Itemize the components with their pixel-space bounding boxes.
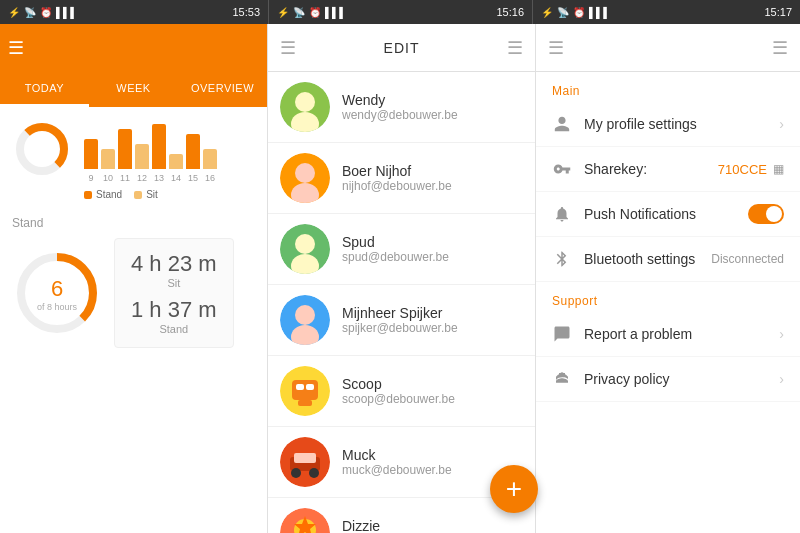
x-label-16: 16 — [203, 173, 217, 183]
panel-contacts: ☰ EDIT ☰ Wendy wendy@debouwer.be — [268, 24, 536, 533]
signal-icon-2: ▌▌▌ — [325, 7, 346, 18]
contact-mijnheer[interactable]: Mijnheer Spijker spijker@debouwer.be — [268, 285, 535, 356]
legend: Stand Sit — [84, 189, 255, 200]
privacy-icon — [552, 369, 572, 389]
hamburger-icon-3[interactable]: ☰ — [548, 37, 564, 59]
legend-sit-label: Sit — [146, 189, 158, 200]
alarm-icon-2: ⏰ — [309, 7, 321, 18]
time-2: 15:16 — [496, 6, 524, 18]
panel-settings: ☰ ☰ Main My profile settings › — [536, 24, 800, 533]
donut-small — [12, 119, 72, 179]
status-bars: ⚡ 📡 ⏰ ▌▌▌ 15:53 ⚡ 📡 ⏰ ▌▌▌ 15:16 ⚡ 📡 ⏰ ▌▌… — [0, 0, 800, 24]
svg-rect-21 — [306, 384, 314, 390]
svg-rect-22 — [298, 400, 312, 406]
bar-1-stand — [118, 129, 132, 169]
contact-name-spud: Spud — [342, 234, 449, 250]
svg-rect-20 — [296, 384, 304, 390]
x-label-15: 15 — [186, 173, 200, 183]
avatar-boer — [280, 153, 330, 203]
contact-boer[interactable]: Boer Nijhof nijhof@debouwer.be — [268, 143, 535, 214]
contact-list: Wendy wendy@debouwer.be Boer Nijhof nijh… — [268, 72, 535, 533]
svg-text:of 8 hours: of 8 hours — [37, 302, 78, 312]
legend-dot-stand — [84, 191, 92, 199]
contact-info-spud: Spud spud@debouwer.be — [342, 234, 449, 264]
tab-today[interactable]: TODAY — [0, 72, 89, 107]
settings-privacy[interactable]: Privacy policy › — [536, 357, 800, 402]
contact-name-mijnheer: Mijnheer Spijker — [342, 305, 458, 321]
stand-time-row: 1 h 37 m Stand — [131, 297, 217, 335]
push-toggle[interactable] — [748, 204, 784, 224]
svg-rect-19 — [292, 380, 318, 400]
privacy-chevron-icon: › — [779, 371, 784, 387]
svg-point-16 — [295, 305, 315, 325]
contact-wendy[interactable]: Wendy wendy@debouwer.be — [268, 72, 535, 143]
tab-overview[interactable]: OVERVIEW — [178, 72, 267, 107]
support-section-title: Support — [536, 282, 800, 312]
svg-point-7 — [295, 92, 315, 112]
stand-section: 6 of 8 hours 4 h 23 m Sit 1 h 37 m Stand — [12, 238, 255, 348]
panel1-body: 9 10 11 12 13 14 15 16 Stand — [0, 107, 267, 533]
contact-scoop[interactable]: Scoop scoop@debouwer.be — [268, 356, 535, 427]
avatar-spud — [280, 224, 330, 274]
bt-icon-3: ⚡ — [541, 7, 553, 18]
contact-info-wendy: Wendy wendy@debouwer.be — [342, 92, 458, 122]
sit-time: 4 h 23 m — [131, 251, 217, 277]
profile-icon — [552, 114, 572, 134]
contact-info-dizzie: Dizzie dizzie@debouwer.be — [342, 518, 454, 533]
x-label-11: 11 — [118, 173, 132, 183]
stand-time-label: Stand — [131, 323, 217, 335]
bar-chart-small: 9 10 11 12 13 14 15 16 Stand — [84, 119, 255, 200]
alarm-icon-1: ⏰ — [40, 7, 52, 18]
profile-chevron-icon: › — [779, 116, 784, 132]
contact-info-muck: Muck muck@debouwer.be — [342, 447, 452, 477]
push-label: Push Notifications — [584, 206, 736, 222]
bar-0-sit — [101, 149, 115, 169]
wifi-icon-2: 📡 — [293, 7, 305, 18]
x-label-10: 10 — [101, 173, 115, 183]
main-section-title: Main — [536, 72, 800, 102]
svg-point-26 — [309, 468, 319, 478]
settings-profile[interactable]: My profile settings › — [536, 102, 800, 147]
menu-icon-2[interactable]: ☰ — [507, 37, 523, 59]
contact-name-dizzie: Dizzie — [342, 518, 454, 533]
contact-info-mijnheer: Mijnheer Spijker spijker@debouwer.be — [342, 305, 458, 335]
wifi-icon-3: 📡 — [557, 7, 569, 18]
chat-icon — [552, 324, 572, 344]
settings-bluetooth[interactable]: Bluetooth settings Disconnected — [536, 237, 800, 282]
svg-point-25 — [291, 468, 301, 478]
contact-name-wendy: Wendy — [342, 92, 458, 108]
panel2-header: ☰ EDIT ☰ — [268, 24, 535, 72]
wifi-icon-1: 📡 — [24, 7, 36, 18]
legend-dot-sit — [134, 191, 142, 199]
bt-icon-2: ⚡ — [277, 7, 289, 18]
avatar-muck — [280, 437, 330, 487]
signal-icon-1: ▌▌▌ — [56, 7, 77, 18]
report-chevron-icon: › — [779, 326, 784, 342]
hamburger-icon-1[interactable]: ☰ — [8, 37, 24, 59]
contact-name-boer: Boer Nijhof — [342, 163, 452, 179]
contact-spud[interactable]: Spud spud@debouwer.be — [268, 214, 535, 285]
bars-row — [84, 119, 255, 169]
alarm-icon-3: ⏰ — [573, 7, 585, 18]
settings-push[interactable]: Push Notifications — [536, 192, 800, 237]
sharekey-value: 710CCE — [718, 162, 767, 177]
bar-0-stand — [84, 139, 98, 169]
avatar-wendy — [280, 82, 330, 132]
time-1: 15:53 — [232, 6, 260, 18]
settings-sharekey[interactable]: Sharekey: 710CCE ▦ — [536, 147, 800, 192]
contact-name-muck: Muck — [342, 447, 452, 463]
settings-report[interactable]: Report a problem › — [536, 312, 800, 357]
menu-icon-3[interactable]: ☰ — [772, 37, 788, 59]
contact-email-muck: muck@debouwer.be — [342, 463, 452, 477]
qr-icon[interactable]: ▦ — [773, 162, 784, 176]
status-bar-1: ⚡ 📡 ⏰ ▌▌▌ 15:53 — [0, 0, 268, 24]
bluetooth-label: Bluetooth settings — [584, 251, 699, 267]
legend-stand-label: Stand — [96, 189, 122, 200]
hamburger-icon-2[interactable]: ☰ — [280, 37, 296, 59]
fab-add[interactable]: + — [490, 465, 538, 513]
tab-week[interactable]: WEEK — [89, 72, 178, 107]
svg-point-13 — [295, 234, 315, 254]
stand-time: 1 h 37 m — [131, 297, 217, 323]
avatar-scoop — [280, 366, 330, 416]
contact-info-scoop: Scoop scoop@debouwer.be — [342, 376, 455, 406]
